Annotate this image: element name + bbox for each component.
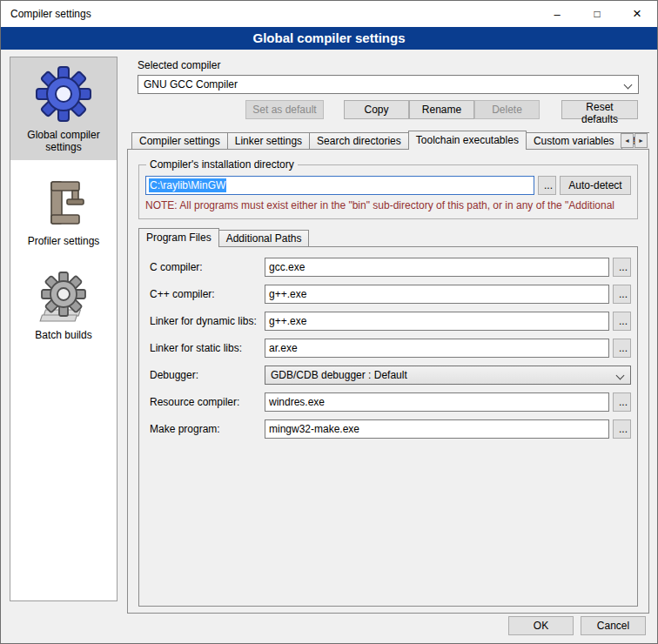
minimize-button[interactable]: – [537, 1, 577, 27]
sidebar-item-batch-builds[interactable]: Batch builds [10, 265, 117, 348]
ok-button[interactable]: OK [508, 616, 574, 635]
auto-detect-button[interactable]: Auto-detect [560, 176, 631, 195]
gear-blue-icon [34, 64, 93, 124]
linker-dynamic-label: Linker for dynamic libs: [150, 315, 265, 327]
debugger-dropdown[interactable]: GDB/CDB debugger : Default [265, 366, 631, 385]
rename-button[interactable]: Rename [409, 100, 474, 119]
cancel-button[interactable]: Cancel [581, 616, 646, 635]
form-row-make-program: Make program: ... [150, 419, 631, 439]
make-program-browse-button[interactable]: ... [613, 419, 631, 439]
selected-compiler-value: GNU GCC Compiler [144, 78, 238, 91]
cpp-compiler-label: C++ compiler: [150, 288, 265, 300]
resource-compiler-label: Resource compiler: [150, 396, 265, 408]
sidebar-item-label: Profiler settings [28, 235, 100, 247]
chevron-down-icon [616, 372, 625, 380]
c-compiler-input[interactable] [265, 258, 609, 277]
program-files-panel: C compiler: ... C++ compiler: ... Linker… [138, 246, 638, 607]
subtab-program-files[interactable]: Program Files [138, 228, 219, 247]
form-row-linker-static: Linker for static libs: ... [150, 339, 631, 358]
installation-directory-input[interactable]: C:\raylib\MinGW [145, 176, 534, 195]
tab-toolchain-executables[interactable]: Toolchain executables [408, 131, 527, 150]
tab-linker-settings[interactable]: Linker settings [227, 132, 310, 150]
sidebar-item-profiler-settings[interactable]: Profiler settings [10, 171, 117, 254]
installation-directory-row: C:\raylib\MinGW ... Auto-detect [145, 176, 631, 195]
resource-compiler-browse-button[interactable]: ... [613, 392, 631, 412]
c-compiler-browse-button[interactable]: ... [613, 258, 631, 277]
titlebar: Compiler settings – □ × [1, 1, 657, 27]
installation-note: NOTE: All programs must exist either in … [145, 199, 631, 211]
form-row-debugger: Debugger: GDB/CDB debugger : Default [150, 366, 631, 385]
form-row-c-compiler: C compiler: ... [150, 258, 631, 277]
settings-tabbar: Compiler settings Linker settings Search… [127, 131, 649, 150]
selected-compiler-dropdown[interactable]: GNU GCC Compiler [138, 75, 639, 94]
chevron-down-icon [624, 81, 633, 90]
settings-category-sidebar: Global compiler settings Profiler settin… [10, 57, 118, 601]
close-button[interactable]: × [617, 1, 657, 27]
linker-static-input[interactable] [265, 339, 609, 358]
tab-compiler-settings[interactable]: Compiler settings [131, 132, 228, 150]
tab-custom-variables[interactable]: Custom variables [526, 132, 622, 150]
delete-button[interactable]: Delete [474, 100, 540, 119]
tab-search-directories[interactable]: Search directories [309, 132, 409, 150]
debugger-label: Debugger: [150, 369, 265, 381]
tab-scroll-right-icon[interactable]: ► [634, 133, 648, 148]
main-panel: Selected compiler GNU GCC Compiler Set a… [127, 57, 649, 614]
maximize-button[interactable]: □ [577, 1, 617, 27]
sidebar-item-label: Batch builds [35, 329, 91, 341]
linker-static-label: Linker for static libs: [150, 342, 265, 354]
tab-scrollers: ◄ ► [621, 133, 648, 148]
linker-static-browse-button[interactable]: ... [613, 339, 631, 358]
toolchain-executables-panel: Compiler's installation directory C:\ray… [127, 149, 649, 614]
make-program-input[interactable] [265, 419, 609, 439]
form-row-cpp-compiler: C++ compiler: ... [150, 285, 631, 304]
form-row-linker-dynamic: Linker for dynamic libs: ... [150, 312, 631, 331]
browse-directory-button[interactable]: ... [538, 176, 556, 195]
linker-dynamic-browse-button[interactable]: ... [613, 312, 631, 331]
sidebar-item-global-compiler-settings[interactable]: Global compiler settings [10, 57, 117, 160]
installation-directory-selected-text: C:\raylib\MinGW [149, 178, 226, 192]
gear-gray-icon [37, 272, 90, 324]
reset-defaults-button[interactable]: Reset defaults [561, 100, 638, 119]
copy-button[interactable]: Copy [344, 100, 409, 119]
cpp-compiler-input[interactable] [265, 285, 609, 304]
installation-directory-group: Compiler's installation directory C:\ray… [138, 164, 638, 219]
tab-scroll-left-icon[interactable]: ◄ [621, 133, 634, 148]
compiler-actions-row: Set as default Copy Rename Delete Reset … [138, 100, 649, 119]
window-title: Compiler settings [1, 8, 91, 20]
installation-directory-group-title: Compiler's installation directory [146, 158, 298, 171]
c-compiler-label: C compiler: [150, 261, 265, 273]
titlebar-buttons: – □ × [537, 1, 657, 27]
set-as-default-button[interactable]: Set as default [245, 100, 324, 119]
dialog-header-title: Global compiler settings [1, 27, 657, 50]
program-files-tabbar: Program Files Additional Paths [138, 228, 638, 247]
resource-compiler-input[interactable] [265, 392, 609, 412]
sidebar-item-label: Global compiler settings [13, 129, 114, 153]
form-row-resource-compiler: Resource compiler: ... [150, 392, 631, 412]
compiler-settings-window: Compiler settings – □ × Global compiler … [0, 0, 658, 644]
debugger-value: GDB/CDB debugger : Default [271, 369, 407, 381]
make-program-label: Make program: [150, 423, 265, 435]
subtab-additional-paths[interactable]: Additional Paths [218, 230, 310, 247]
cpp-compiler-browse-button[interactable]: ... [613, 285, 631, 304]
linker-dynamic-input[interactable] [265, 312, 609, 331]
clamp-icon [37, 178, 90, 230]
selected-compiler-label: Selected compiler [138, 59, 649, 71]
